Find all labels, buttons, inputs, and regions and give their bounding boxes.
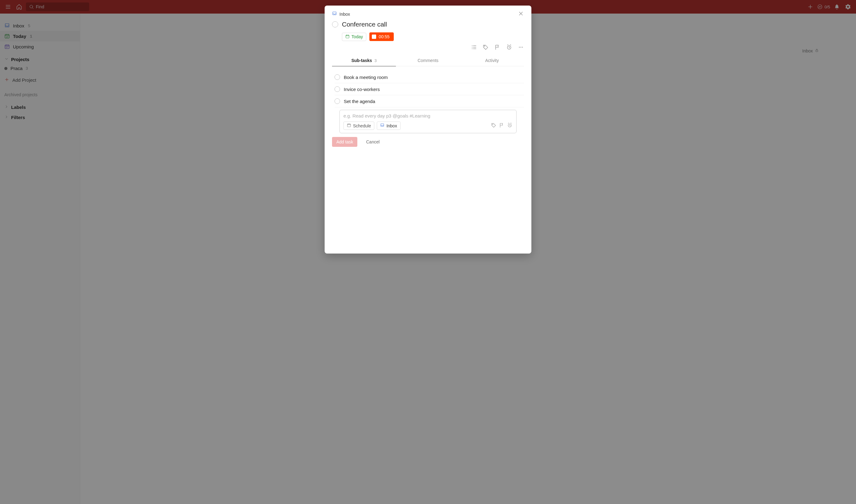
new-subtask-input[interactable] [343,113,513,119]
subtask-item[interactable]: Book a meeting room [335,71,524,83]
timer-text: 00:55 [379,34,389,39]
subtask-checkbox[interactable] [335,86,340,92]
due-date-label: Today [352,34,363,39]
calendar-icon [345,34,350,39]
tab-label: Sub-tasks [352,58,372,63]
schedule-button[interactable]: Schedule [343,122,374,130]
subtask-checkbox[interactable] [335,98,340,104]
project-select-button[interactable]: Inbox [377,122,400,130]
label-icon[interactable] [483,44,489,51]
inbox-icon [332,11,337,17]
task-title[interactable]: Conference call [342,21,387,28]
modal-tabs: Sub-tasks 3 Comments Activity [332,55,524,66]
more-icon[interactable] [518,44,524,51]
tab-subtasks[interactable]: Sub-tasks 3 [332,55,396,66]
reminder-icon[interactable] [507,123,513,129]
inbox-icon [380,123,385,128]
subtask-list: Book a meeting room Invice co-workers Se… [325,66,531,150]
cancel-button[interactable]: Cancel [362,137,384,147]
calendar-icon [347,123,351,128]
add-task-button[interactable]: Add task [332,137,357,147]
svg-rect-15 [347,124,351,127]
stop-icon [372,35,376,39]
flag-icon[interactable] [494,44,500,51]
schedule-label: Schedule [353,123,371,128]
svg-point-9 [472,49,472,49]
breadcrumb-label: Inbox [339,12,350,17]
subtask-item[interactable]: Invice co-workers [335,83,524,95]
svg-point-13 [521,47,521,48]
subtask-item[interactable]: Set the agenda [335,95,524,107]
due-date-button[interactable]: Today [342,33,366,41]
tab-label: Activity [485,58,499,63]
close-icon[interactable] [518,11,524,18]
svg-rect-6 [346,35,349,38]
svg-point-7 [472,46,472,46]
task-complete-checkbox[interactable] [332,21,338,28]
modal-breadcrumb[interactable]: Inbox [332,11,350,17]
svg-point-8 [472,47,472,48]
subtasks-icon[interactable] [471,44,477,51]
subtask-label: Invice co-workers [344,87,380,92]
tab-count: 3 [374,58,376,63]
modal-scrim[interactable]: Inbox Conference call Today 00:55 [0,0,856,504]
label-icon[interactable] [491,123,497,129]
task-modal: Inbox Conference call Today 00:55 [325,5,531,254]
svg-point-10 [484,46,485,46]
reminder-icon[interactable] [506,44,512,51]
subtask-label: Book a meeting room [344,75,388,80]
new-subtask-editor: Schedule Inbox [339,110,517,133]
task-action-bar [325,44,531,53]
tab-comments[interactable]: Comments [396,55,460,66]
svg-point-14 [522,47,523,48]
timer-button[interactable]: 00:55 [369,32,394,41]
svg-point-16 [493,124,493,125]
flag-icon[interactable] [499,123,504,129]
tab-label: Comments [417,58,439,63]
subtask-checkbox[interactable] [335,74,340,80]
svg-point-12 [519,47,520,48]
project-label: Inbox [386,123,397,128]
subtask-label: Set the agenda [344,99,375,104]
tab-activity[interactable]: Activity [460,55,524,66]
